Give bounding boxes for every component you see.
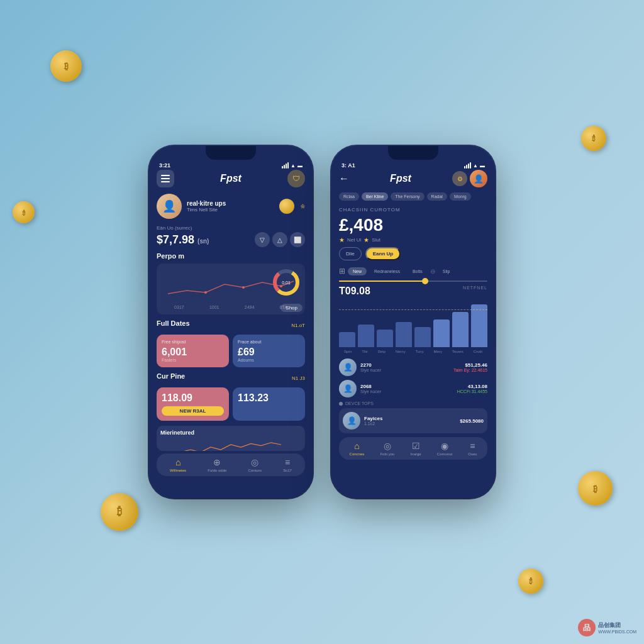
right-balance-label: CHACSIIN CUROTOM [339, 207, 487, 213]
right-phone-content: ← Fpst ⚙ Rclaa Ber Kline The Fersony Rad… [331, 170, 495, 498]
balance-sub1: Net Ul [347, 237, 361, 243]
filter-tab-thefersony[interactable]: The Fersony [391, 192, 424, 201]
filter-tab-radal[interactable]: Radal [427, 192, 447, 201]
view-tab-botts[interactable]: Botts [408, 267, 428, 275]
svg-text:0.01: 0.01 [282, 280, 291, 285]
view-tabs: ⊞ New Rednaneless Botts ⊖ Slip [339, 267, 487, 275]
trans-item-0[interactable]: 2270 Slye nucer $51,25.46 Taim Ey: 22.46… [339, 358, 487, 376]
bar-chart-section: T09.08 NETFNEL Spm [339, 286, 487, 353]
filter-tab-berkline[interactable]: Ber Kline [362, 192, 388, 201]
back-button[interactable]: ← [339, 173, 349, 184]
bar-labels: Spm Tliti Strip Nerny Tuny Mery Teuers C… [339, 350, 487, 353]
dlie-button[interactable]: Dlie [339, 247, 362, 260]
filter-tab-monrg[interactable]: Monrg [450, 192, 471, 201]
shield-icon[interactable]: 🛡 [287, 170, 305, 187]
donut-chart: 0.01 [272, 269, 300, 296]
slider-fill [339, 280, 428, 282]
right-nav-concnes[interactable]: ⌂ Concnes [350, 441, 365, 456]
signal-icon [282, 162, 289, 169]
trans-id-1: 2068 [360, 384, 453, 389]
avatar [157, 194, 182, 219]
star-2: ★ [364, 236, 369, 243]
left-status-icons: ▲ ▬ [282, 162, 303, 169]
card-free-ship: Free shipost 6,001 Fasters [157, 335, 229, 367]
tab-separator: ⊖ [430, 268, 435, 275]
nav-item-fuldo[interactable]: ⊕ Fuldo odde [208, 457, 226, 472]
left-nav: ⌂ Willmetes ⊕ Fuldo odde ◎ Conturo ≡ Sc1… [157, 453, 305, 476]
right-header: ← Fpst ⚙ [339, 170, 487, 187]
fav-avatar [343, 412, 360, 430]
user-name: real·kitre ups [187, 200, 274, 207]
card1-value: 6,001 [162, 347, 224, 358]
eann-up-button[interactable]: Eann Up [365, 247, 401, 260]
cur-pine-val2: 113.23 [238, 392, 300, 404]
shop-button[interactable]: Shop [280, 304, 303, 312]
view-tab-new[interactable]: New [348, 267, 367, 275]
right-avatar [470, 170, 487, 187]
left-status-bar: 3:21 ▲ ▬ [149, 160, 313, 170]
right-nav-oses[interactable]: ≡ Oses [468, 441, 477, 456]
notification-icon[interactable]: ⚙ [452, 171, 467, 186]
user-section: real·kitre ups Tims Nell Site 会 [157, 194, 305, 219]
device-label: DEVCE TOPS [339, 401, 487, 406]
slider-thumb[interactable] [422, 278, 428, 284]
fav-sub: 1.1c2 [364, 421, 456, 426]
chart-amount: T09.08 [339, 286, 370, 296]
slider-track[interactable] [339, 280, 487, 282]
left-app-title: Fpst [220, 173, 242, 184]
wifi-icon: ▲ [291, 163, 296, 169]
user-info: real·kitre ups Tims Nell Site [187, 200, 274, 213]
view-tab-slip[interactable]: Slip [438, 267, 455, 275]
right-nav-inarge[interactable]: ☑ Inarge [411, 441, 421, 456]
trans-amount-0: $51,25.46 Taim Ey: 22.4615 [453, 362, 487, 372]
dashed-line [339, 309, 487, 310]
cur-pine-card1: 118.09 NEW R3AL [157, 387, 229, 421]
bar-6 [452, 312, 469, 347]
fav-label: Fayices [364, 416, 456, 421]
sort-btn[interactable]: △ [272, 232, 287, 247]
trans-info-0: 2270 Slye nucer [360, 362, 450, 372]
nav-item-conturo[interactable]: ◎ Conturo [248, 457, 262, 472]
view-tab-rednaneless[interactable]: Rednaneless [369, 267, 405, 275]
watermark: 品 品创集团 WWW.PBIDS.COM [578, 619, 636, 636]
filter-btn[interactable]: ▽ [255, 232, 270, 247]
fav-amount: $265.5080 [460, 418, 484, 424]
favorites-item[interactable]: Fayices 1.1c2 $265.5080 [339, 408, 487, 433]
right-phone: 3: A1 ▲ ▬ ← Fpst ⚙ Rclaa [331, 146, 495, 498]
right-app-title: Fpst [390, 173, 411, 184]
balance-amount: $7,7.98 (sn) [157, 233, 209, 247]
coin-2 [13, 201, 35, 223]
menu-button[interactable] [157, 170, 174, 187]
chart-badge: NETFNEL [463, 286, 487, 290]
trans-name-1: Slye nucer [360, 389, 453, 394]
nav-item-willmetes[interactable]: ⌂ Willmetes [170, 457, 186, 472]
filter-tab-rclaa[interactable]: Rclaa [339, 192, 359, 201]
svg-point-0 [204, 291, 207, 294]
performance-chart: 0317 1001 2494 0TA 0.01 Shop [157, 264, 305, 314]
left-header: Fpst 🛡 [157, 170, 305, 187]
cur-pine-badge: N1 J3 [292, 375, 305, 381]
bottom-wave-label: Mierinetured [160, 430, 301, 436]
new-badge: NEW R3AL [162, 406, 224, 416]
bar-4 [414, 327, 431, 347]
balance-suffix: (sn) [197, 238, 209, 245]
svg-point-1 [242, 286, 245, 289]
trans-id-0: 2270 [360, 362, 450, 368]
coin-3 [101, 493, 138, 531]
stars-row: ★ Net Ul ★ Slut [339, 236, 487, 243]
bottom-wave-section: Mierinetured [157, 426, 305, 451]
trans-info-1: 2068 Slye nucer [360, 384, 453, 394]
right-nav-comunut[interactable]: ◉ Comunut [437, 441, 452, 456]
cur-pine-header: Cur Pine N1 J3 [157, 372, 305, 384]
cur-pine-cards: 118.09 NEW R3AL 113.23 [157, 387, 305, 421]
trans-item-1[interactable]: 2068 Slye nucer 43,13.08 HCCFi 31.4455 [339, 380, 487, 397]
nav-item-sc17[interactable]: ≡ Sc17 [283, 457, 292, 472]
bar-2 [377, 330, 393, 347]
card2-sub: Adoums [238, 358, 300, 362]
view-btn[interactable]: ⬜ [290, 232, 305, 247]
filter-tabs: Rclaa Ber Kline The Fersony Radal Monrg [339, 192, 487, 201]
right-nav-foln[interactable]: ◎ Foln you [380, 441, 394, 456]
trans-amount-1: 43,13.08 HCCFi 31.4455 [457, 384, 487, 394]
coin-6 [518, 569, 543, 594]
balance-label: Eàn Uo (surrec) [157, 225, 305, 231]
